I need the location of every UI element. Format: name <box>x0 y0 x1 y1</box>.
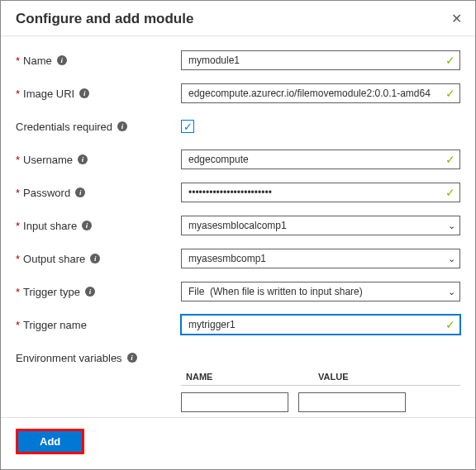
username-input[interactable] <box>181 150 460 169</box>
row-creds-required: Credentials required i ✓ <box>16 116 460 137</box>
row-image-uri: * Image URI i ✓ <box>16 83 460 104</box>
label-text-input-share: Input share <box>23 220 77 232</box>
password-input[interactable] <box>181 183 460 202</box>
info-icon[interactable]: i <box>85 287 95 297</box>
label-creds-required: Credentials required i <box>16 121 181 133</box>
form-area: * Name i ✓ * Image URI i ✓ Credentials r… <box>1 36 475 419</box>
info-icon[interactable]: i <box>79 88 89 98</box>
info-icon[interactable]: i <box>78 154 88 164</box>
label-env-vars: Environment variables i <box>16 352 181 364</box>
trigger-type-select[interactable] <box>181 282 460 301</box>
info-icon[interactable]: i <box>90 254 100 263</box>
row-input-share: * Input share i ⌄ <box>16 215 460 236</box>
required-marker: * <box>16 154 20 166</box>
required-marker: * <box>16 253 20 265</box>
label-text-name: Name <box>23 55 52 67</box>
add-button[interactable]: Add <box>18 431 82 452</box>
label-username: * Username i <box>16 154 181 166</box>
row-trigger-type: * Trigger type i ⌄ <box>16 281 460 302</box>
info-icon[interactable]: i <box>127 353 137 363</box>
input-share-select[interactable] <box>181 216 460 235</box>
row-password: * Password i ✓ <box>16 182 460 203</box>
required-marker: * <box>16 55 20 67</box>
required-marker: * <box>16 286 20 298</box>
label-text-creds-required: Credentials required <box>16 121 112 133</box>
output-share-select[interactable] <box>181 249 460 268</box>
label-text-trigger-type: Trigger type <box>23 286 80 298</box>
label-input-share: * Input share i <box>16 220 181 232</box>
image-uri-input[interactable] <box>181 83 460 103</box>
close-icon[interactable]: ✕ <box>451 12 462 26</box>
dialog-title: Configure and add module <box>16 11 193 27</box>
label-text-image-uri: Image URI <box>23 88 74 100</box>
info-icon[interactable]: i <box>117 121 127 131</box>
add-button-highlight: Add <box>16 429 84 454</box>
label-text-output-share: Output share <box>23 253 85 265</box>
required-marker: * <box>16 319 20 331</box>
dialog-header: Configure and add module ✕ <box>1 1 475 36</box>
row-env-vars: Environment variables i <box>16 347 460 368</box>
label-text-password: Password <box>23 187 70 199</box>
env-col-value: VALUE <box>313 372 445 382</box>
label-trigger-name: * Trigger name <box>16 319 181 331</box>
row-trigger-name: * Trigger name ✓ <box>16 314 460 335</box>
dialog-footer: Add <box>1 419 475 469</box>
required-marker: * <box>16 88 20 100</box>
label-text-username: Username <box>23 154 73 166</box>
label-image-uri: * Image URI i <box>16 88 181 100</box>
env-vars-row <box>181 392 460 412</box>
label-trigger-type: * Trigger type i <box>16 286 181 298</box>
label-password: * Password i <box>16 187 181 199</box>
row-name: * Name i ✓ <box>16 50 460 71</box>
env-value-input[interactable] <box>298 392 406 412</box>
row-username: * Username i ✓ <box>16 149 460 170</box>
env-vars-header: NAME VALUE <box>181 372 460 386</box>
required-marker: * <box>16 187 20 199</box>
label-output-share: * Output share i <box>16 253 181 265</box>
check-icon: ✓ <box>183 121 193 132</box>
env-col-name: NAME <box>181 372 313 382</box>
info-icon[interactable]: i <box>82 221 92 230</box>
name-input[interactable] <box>181 50 460 70</box>
footer-divider <box>1 417 475 418</box>
env-name-input[interactable] <box>181 392 288 412</box>
label-text-env-vars: Environment variables <box>16 352 122 364</box>
info-icon[interactable]: i <box>75 188 85 197</box>
label-name: * Name i <box>16 55 181 67</box>
label-text-trigger-name: Trigger name <box>23 319 87 331</box>
credentials-checkbox[interactable]: ✓ <box>181 120 194 133</box>
required-marker: * <box>16 220 20 232</box>
trigger-name-input[interactable] <box>181 315 460 335</box>
env-vars-table: NAME VALUE <box>181 372 460 412</box>
row-output-share: * Output share i ⌄ <box>16 248 460 269</box>
info-icon[interactable]: i <box>57 55 67 65</box>
